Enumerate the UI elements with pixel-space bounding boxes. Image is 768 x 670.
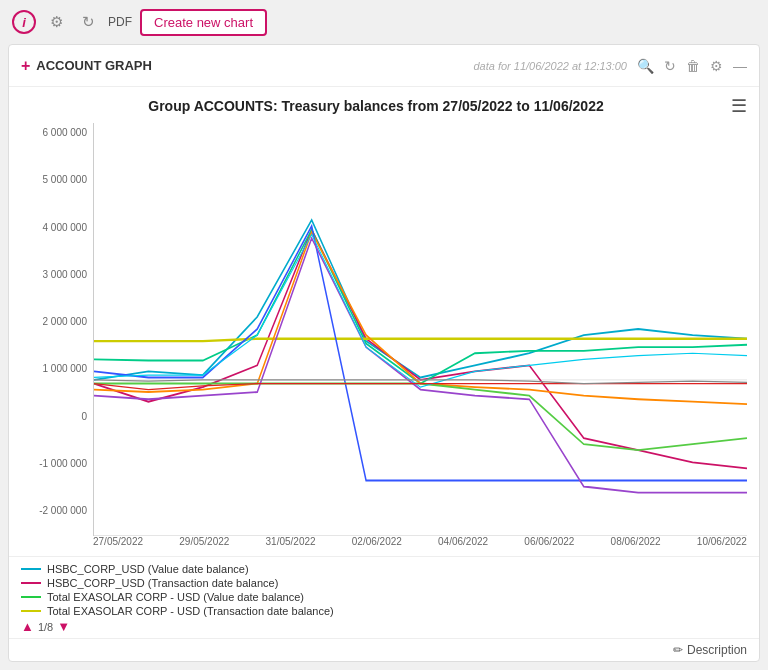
info-icon[interactable]: i	[12, 10, 36, 34]
legend-color-3	[21, 596, 41, 598]
delete-icon[interactable]: 🗑	[686, 58, 700, 74]
legend-prev-button[interactable]: ▲	[21, 619, 34, 634]
legend-next-button[interactable]: ▼	[57, 619, 70, 634]
pdf-label[interactable]: PDF	[108, 10, 132, 34]
svg-rect-0	[94, 123, 747, 535]
minimize-icon[interactable]: —	[733, 58, 747, 74]
legend-item: Total EXASOLAR CORP - USD (Value date ba…	[21, 591, 747, 603]
legend-nav: ▲ 1/8 ▼	[21, 619, 747, 634]
chart-svg	[94, 123, 747, 535]
grid-line	[94, 535, 747, 536]
create-chart-button[interactable]: Create new chart	[140, 9, 267, 36]
legend-color-1	[21, 568, 41, 570]
legend-area: HSBC_CORP_USD (Value date balance) HSBC_…	[9, 556, 759, 638]
legend-color-4	[21, 610, 41, 612]
toolbar: i ⚙ ↻ PDF Create new chart	[0, 0, 768, 44]
panel-title: ACCOUNT GRAPH	[36, 58, 152, 73]
refresh-icon[interactable]: ↻	[76, 10, 100, 34]
panel-settings-icon[interactable]: ⚙	[710, 58, 723, 74]
legend-label-3: Total EXASOLAR CORP - USD (Value date ba…	[47, 591, 304, 603]
search-icon[interactable]: 🔍	[637, 58, 654, 74]
settings-icon[interactable]: ⚙	[44, 10, 68, 34]
chart-drawing-area	[93, 123, 747, 536]
data-info-text: data for 11/06/2022 at 12:13:00	[473, 60, 627, 72]
expand-icon[interactable]: +	[21, 57, 30, 75]
panel-header: + ACCOUNT GRAPH data for 11/06/2022 at 1…	[9, 45, 759, 87]
pencil-icon: ✏	[673, 643, 683, 657]
legend-label-4: Total EXASOLAR CORP - USD (Transaction d…	[47, 605, 334, 617]
chart-title: Group ACCOUNTS: Treasury balances from 2…	[21, 98, 731, 114]
legend-page: 1/8	[38, 621, 53, 633]
chart-menu-icon[interactable]: ☰	[731, 95, 747, 117]
legend-item: HSBC_CORP_USD (Value date balance)	[21, 563, 747, 575]
y-axis: 6 000 000 5 000 000 4 000 000 3 000 000 …	[21, 123, 93, 536]
legend-label-1: HSBC_CORP_USD (Value date balance)	[47, 563, 249, 575]
legend-color-2	[21, 582, 41, 584]
legend-label-2: HSBC_CORP_USD (Transaction date balance)	[47, 577, 278, 589]
description-label: Description	[687, 643, 747, 657]
description-bar: ✏ Description	[9, 638, 759, 661]
legend-item: Total EXASOLAR CORP - USD (Transaction d…	[21, 605, 747, 617]
legend-item: HSBC_CORP_USD (Transaction date balance)	[21, 577, 747, 589]
x-axis: 27/05/2022 29/05/2022 31/05/2022 02/06/2…	[21, 536, 747, 556]
chart-container: 6 000 000 5 000 000 4 000 000 3 000 000 …	[21, 123, 747, 536]
description-link[interactable]: ✏ Description	[673, 643, 747, 657]
main-panel: + ACCOUNT GRAPH data for 11/06/2022 at 1…	[8, 44, 760, 662]
reload-icon[interactable]: ↻	[664, 58, 676, 74]
chart-area: Group ACCOUNTS: Treasury balances from 2…	[9, 87, 759, 556]
